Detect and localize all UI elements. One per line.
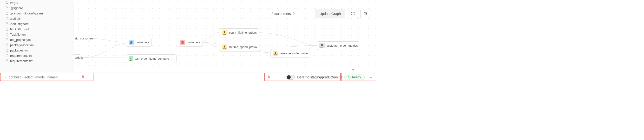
update-graph-button[interactable]: Update Graph [315,9,345,18]
defer-toggle[interactable] [286,75,295,80]
node-label: customers [136,41,149,44]
file-icon [5,17,9,20]
fullscreen-button[interactable] [348,9,358,18]
model-icon: ▥MDL [128,40,134,45]
status-dot-icon [348,76,350,78]
node-label: orders [75,56,83,59]
file-label: packages.yml [10,49,29,52]
file-item[interactable]: .sqlfluff [1,16,72,21]
folder-icon [5,1,9,4]
file-label: .sqlfluffignore [10,22,29,26]
file-icon [5,54,9,57]
node-customer-order-metrics[interactable]: ▦QRY customer_order_metrics [317,41,360,50]
graph-selector-input[interactable] [268,9,315,18]
file-label: Taskfile.yml [10,33,26,36]
file-item[interactable]: Taskfile.yml [1,32,72,37]
expand-panel-button[interactable] [2,75,7,80]
file-label: dbt_project.yml [10,38,31,42]
svg-point-3 [370,77,371,77]
svg-point-2 [369,77,370,77]
chevron-up-icon [3,76,6,79]
file-label: package-lock.yml [10,43,34,47]
file-icon [5,22,9,25]
svg-point-4 [371,77,372,77]
file-icon [5,11,9,15]
file-item[interactable]: requirements.txt [1,58,72,63]
node-lifetime-spend-pretax[interactable]: ▮MET lifetime_spend_pretax [219,43,260,51]
node-orders[interactable]: orders [72,54,82,61]
defer-label: Defer to staging/production [297,75,342,79]
file-icon [5,49,9,52]
query-icon: ▦QRY [319,43,325,48]
node-label: count_lifetime_orders [229,31,257,34]
node-customers-model[interactable]: ▥MDL customers [126,38,152,47]
metric-icon: ▮MET [222,44,227,50]
file-item[interactable]: requirements.in [1,53,72,58]
file-item[interactable]: dbt_project.yml [1,37,72,42]
file-label: .sqlfluff [10,17,20,20]
node-test-order-items[interactable]: ✓TST test_order_items_compute_to_bools..… [126,54,176,63]
node-label: average_order_value [280,52,308,55]
file-label: .gitignore [10,6,23,10]
lineage-graph-canvas[interactable]: stg_customers orders ▥MDL customers ✓TST… [74,0,376,72]
file-icon [5,43,9,47]
test-icon: ✓TST [128,56,133,61]
node-label: lifetime_spend_pretax [229,45,257,49]
metric-icon: ▮MET [222,30,227,35]
command-input[interactable] [9,75,78,79]
file-label: requirements.txt [10,59,32,63]
folder-target[interactable]: target [1,0,72,5]
file-item[interactable]: package-lock.yml [1,42,72,48]
svg-point-1 [340,78,340,78]
file-icon [5,33,9,36]
graph-toolbar: Update Graph [268,9,370,18]
file-item[interactable]: README.md [1,26,72,32]
node-count-lifetime-orders[interactable]: ▮MET count_lifetime_orders [219,28,260,37]
command-bar: Defer to staging/production Ready [0,72,376,82]
node-average-order-value[interactable]: ▮MET average_order_value [270,49,310,58]
file-icon [5,6,9,10]
file-label: README.md [10,27,29,31]
metric-icon: ▮MET [273,51,278,56]
defer-label-text: Defer to staging/production [297,75,338,79]
folder-label: target [10,1,18,4]
file-item[interactable]: packages.yml [1,48,72,53]
status-text: Ready [352,75,361,79]
status-ready-pill: Ready [344,74,365,80]
semantic-icon: ◫SEM [180,40,185,45]
file-item[interactable]: .pre-commit-config.yaml [1,10,72,16]
node-customers-semantic[interactable]: ◫SEM customers [177,38,203,47]
fullscreen-icon [351,11,355,16]
refresh-button[interactable] [360,9,370,18]
file-icon [5,59,9,63]
help-icon[interactable] [338,76,342,79]
file-icon [5,27,9,31]
more-actions-button[interactable] [367,74,374,81]
file-label: requirements.in [10,54,32,57]
file-label: .pre-commit-config.yaml [10,11,44,15]
file-icon [5,38,9,41]
node-label: customer_order_metrics [326,44,358,47]
file-item[interactable]: .gitignore [1,5,72,10]
node-label: test_order_items_compute_to_bools... [135,57,174,60]
node-label: stg_customers [75,37,94,40]
selector-group: Update Graph [268,9,345,18]
file-item[interactable]: .sqlfluffignore [1,21,72,26]
dots-icon [368,75,372,79]
refresh-icon [363,11,368,16]
command-input-wrap [9,75,78,79]
file-tree-sidebar: target .gitignore .pre-commit-config.yam… [0,0,74,72]
node-label: customers [187,41,200,44]
node-stg-customers[interactable]: stg_customers [72,35,90,42]
command-bar-right: Defer to staging/production Ready [286,74,374,81]
